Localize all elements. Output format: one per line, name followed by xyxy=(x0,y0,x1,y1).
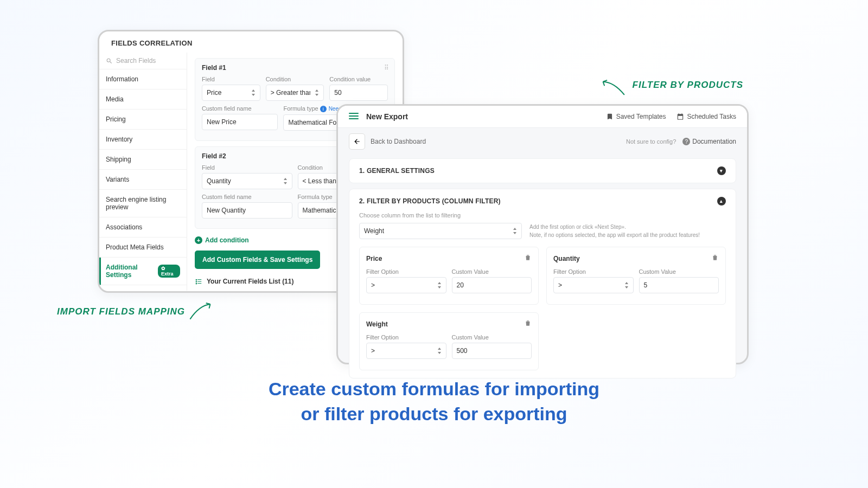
filter-card-quantity: Quantity Filter Option> Custom Value xyxy=(546,247,726,305)
sidebar-item-variants[interactable]: Variants xyxy=(99,170,187,190)
info-icon: i xyxy=(320,106,327,112)
sidebar-item-information[interactable]: Information xyxy=(99,69,187,89)
import-mapping-callout: IMPORT FIELDS MAPPING xyxy=(57,306,185,317)
delete-icon[interactable] xyxy=(711,254,719,263)
filter-products-section: 2. FILTER BY PRODUCTS (COLUMN FILTER)▴ C… xyxy=(349,189,736,378)
arrow-left-icon xyxy=(353,138,361,145)
sidebar-item-pricing[interactable]: Pricing xyxy=(99,110,187,130)
arrow-icon xyxy=(186,299,216,322)
panel-a-title: FIELDS CORRELATION xyxy=(99,31,403,53)
delete-icon[interactable] xyxy=(524,319,532,329)
delete-icon[interactable] xyxy=(524,254,532,263)
custom-value-input[interactable] xyxy=(452,343,532,359)
badge: ✿ Extra xyxy=(158,265,180,278)
back-label: Back to Dashboard xyxy=(371,138,426,145)
filter-option-select[interactable]: > xyxy=(366,277,446,293)
field2-custom-name[interactable] xyxy=(202,202,292,219)
field1-custom-name[interactable] xyxy=(202,114,278,130)
badge: ✿ Extra xyxy=(156,292,180,293)
saved-templates-link[interactable]: Saved Templates xyxy=(606,113,666,120)
help-icon: ? xyxy=(682,138,690,145)
field1-condition-select[interactable]: > Greater than xyxy=(266,85,324,101)
documentation-link[interactable]: ?Documentation xyxy=(682,138,736,145)
sidebar-item-inventory[interactable]: Inventory xyxy=(99,130,187,150)
choose-column-label: Choose column from the list to filtering xyxy=(359,212,726,219)
sidebar-item-product-meta-fields[interactable]: Product Meta Fields xyxy=(99,237,187,258)
arrow-icon xyxy=(598,77,628,98)
filter-card-price: Price Filter Option> Custom Value xyxy=(359,247,539,305)
filter-option-select[interactable]: > xyxy=(553,277,634,293)
filter-products-callout: FILTER BY PRODUCTS xyxy=(633,80,743,91)
calendar-icon xyxy=(676,113,684,120)
search-fields-input[interactable]: Search Fields xyxy=(99,53,187,69)
sidebar: Search Fields InformationMediaPricingInv… xyxy=(99,53,187,291)
config-hint: Not sure to config? xyxy=(626,138,676,145)
field1-condition-value[interactable] xyxy=(329,85,388,101)
general-settings-section[interactable]: 1. GENERAL SETTINGS▾ xyxy=(349,158,736,183)
chevron-up-icon[interactable]: ▴ xyxy=(717,197,726,206)
sidebar-item-additional-settings[interactable]: Additional Settings✿ Extra xyxy=(99,258,187,285)
field1-heading: Field #1 xyxy=(202,64,388,72)
column-select[interactable]: Weight xyxy=(359,223,522,239)
field2-field-select[interactable]: Quantity xyxy=(202,173,292,189)
sidebar-item-shipping[interactable]: Shipping xyxy=(99,150,187,170)
bookmark-icon xyxy=(606,113,614,120)
export-title: New Export xyxy=(366,112,408,121)
menu-icon[interactable] xyxy=(349,113,359,120)
sidebar-item-associations[interactable]: Associations xyxy=(99,217,187,237)
save-settings-button[interactable]: Add Custom Fields & Save Settings xyxy=(195,251,320,269)
custom-value-input[interactable] xyxy=(639,277,719,293)
new-export-panel: New Export Saved Templates Scheduled Tas… xyxy=(336,104,749,364)
scheduled-tasks-link[interactable]: Scheduled Tasks xyxy=(676,113,736,120)
drag-handle-icon[interactable]: ⠿ xyxy=(384,64,389,72)
headline: Create custom formulas for importingor f… xyxy=(0,377,868,427)
filter-card-weight: Weight Filter Option> Custom Value xyxy=(359,312,539,370)
field1-field-select[interactable]: Price xyxy=(202,85,260,101)
chevron-down-icon: ▾ xyxy=(717,166,726,175)
sidebar-item-search-engine-listing-preview[interactable]: Search engine listing preview xyxy=(99,190,187,217)
filter-option-select[interactable]: > xyxy=(366,343,446,359)
sidebar-item-media[interactable]: Media xyxy=(99,89,187,110)
search-icon xyxy=(106,57,113,65)
list-icon xyxy=(195,278,202,285)
back-button[interactable] xyxy=(349,133,365,150)
plus-icon: + xyxy=(195,236,202,244)
custom-value-input[interactable] xyxy=(452,277,532,293)
sidebar-item-import-conditions[interactable]: Import Conditions✿ Extra xyxy=(99,285,187,293)
filter-note: Add the first option or click «Next Step… xyxy=(529,223,700,239)
